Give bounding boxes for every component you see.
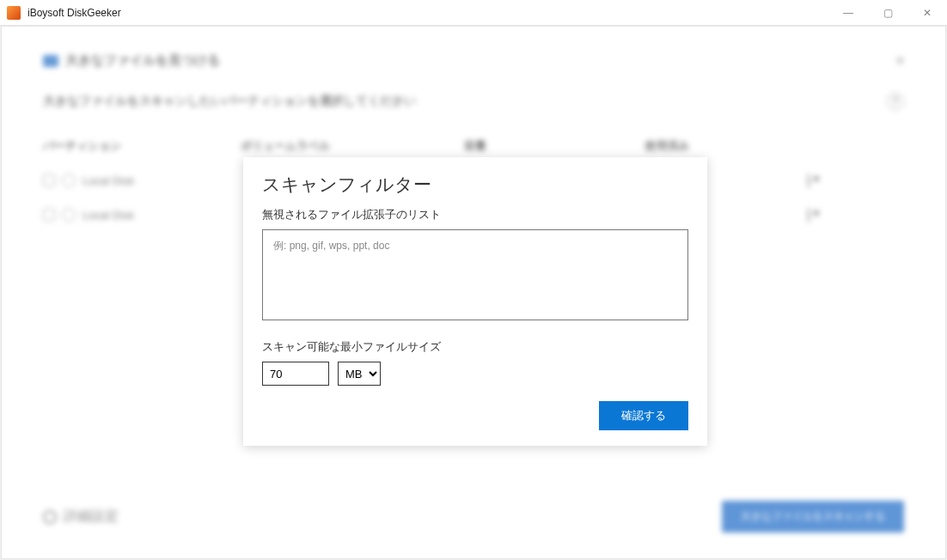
- maximize-button[interactable]: ▢: [868, 0, 907, 26]
- close-button[interactable]: ✕: [907, 0, 947, 26]
- min-size-input[interactable]: [262, 362, 329, 386]
- app-title: iBoysoft DiskGeeker: [27, 7, 121, 19]
- ignored-ext-input[interactable]: [262, 229, 688, 320]
- scan-filter-dialog: スキャンフィルター 無視されるファイル拡張子のリスト スキャン可能な最小ファイル…: [243, 157, 707, 446]
- size-unit-select[interactable]: MB GB KB: [338, 362, 381, 386]
- min-size-label: スキャン可能な最小ファイルサイズ: [262, 339, 688, 355]
- window-body: 大きなファイルを見つける × 大きなファイルをスキャンしたいパーティションを選択…: [1, 26, 946, 559]
- app-icon: [7, 6, 21, 20]
- window-controls: — ▢ ✕: [828, 0, 947, 26]
- titlebar: iBoysoft DiskGeeker — ▢ ✕: [0, 0, 947, 26]
- minimize-button[interactable]: —: [828, 0, 868, 26]
- confirm-button[interactable]: 確認する: [599, 401, 688, 430]
- ignored-ext-label: 無視されるファイル拡張子のリスト: [262, 207, 688, 222]
- dialog-title: スキャンフィルター: [262, 173, 688, 197]
